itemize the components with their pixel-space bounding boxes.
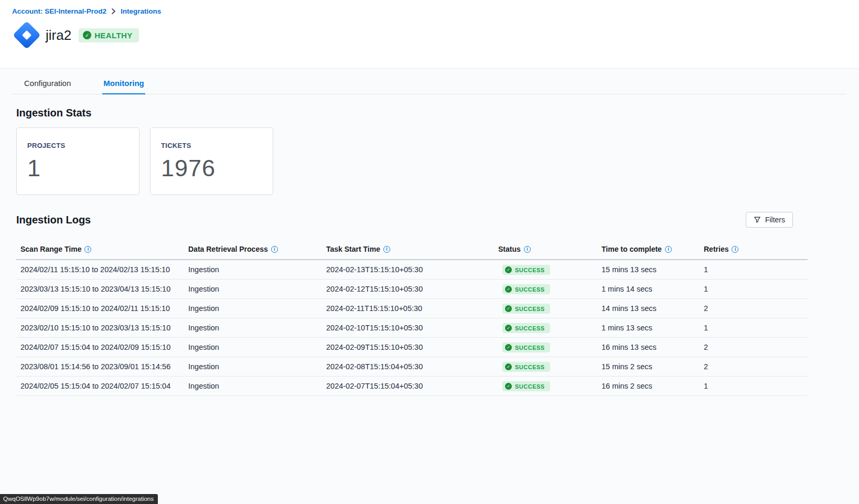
status-badge-label: SUCCESS: [515, 383, 545, 390]
tab-configuration[interactable]: Configuration: [23, 72, 72, 94]
status-badge-label: SUCCESS: [515, 364, 545, 370]
cell-status: ✓SUCCESS: [498, 264, 602, 275]
ingestion-logs-heading: Ingestion Logs: [16, 214, 91, 226]
cell-retries: 1: [704, 382, 808, 390]
cell-status: ✓SUCCESS: [498, 342, 602, 352]
check-icon: ✓: [505, 305, 512, 312]
status-badge-label: SUCCESS: [515, 345, 545, 351]
cell-data-retrieval-process: Ingestion: [188, 304, 326, 313]
cell-time-to-complete: 14 mins 13 secs: [602, 304, 704, 313]
info-icon[interactable]: i: [524, 246, 531, 253]
info-icon[interactable]: i: [665, 246, 672, 253]
cell-time-to-complete: 16 mins 2 secs: [602, 382, 704, 390]
column-header-time-to-complete: Time to completei: [602, 245, 704, 253]
stat-value: 1976: [161, 155, 262, 182]
column-header-retries: Retriesi: [704, 245, 808, 253]
stat-value: 1: [27, 155, 128, 182]
cell-time-to-complete: 15 mins 13 secs: [602, 265, 704, 274]
cell-scan-range-time: 2023/08/01 15:14:56 to 2023/09/01 15:14:…: [16, 362, 188, 371]
table-row: 2024/02/07 15:15:04 to 2024/02/09 15:15:…: [16, 338, 808, 357]
check-icon: ✓: [505, 286, 512, 293]
info-icon[interactable]: i: [732, 246, 738, 253]
status-badge-label: SUCCESS: [515, 325, 545, 331]
table-row: 2024/02/05 15:15:04 to 2024/02/07 15:15:…: [16, 377, 808, 396]
cell-task-start-time: 2024-02-10T15:15:10+05:30: [326, 324, 498, 332]
cell-retries: 1: [704, 324, 808, 332]
cell-data-retrieval-process: Ingestion: [188, 362, 326, 371]
ingestion-stats-cards: PROJECTS1TICKETS1976: [16, 127, 859, 195]
table-row: 2023/08/01 15:14:56 to 2023/09/01 15:14:…: [16, 357, 808, 377]
check-icon: ✓: [83, 31, 91, 39]
info-icon[interactable]: i: [271, 246, 278, 253]
column-header-label: Time to complete: [602, 245, 662, 253]
column-header-label: Retries: [704, 245, 728, 253]
page-title: jira2: [46, 27, 71, 44]
column-header-task-start-time: Task Start Timei: [326, 245, 498, 253]
status-badge: ✓SUCCESS: [502, 342, 550, 352]
cell-scan-range-time: 2024/02/05 15:15:04 to 2024/02/07 15:15:…: [16, 382, 188, 390]
cell-time-to-complete: 16 mins 13 secs: [602, 343, 704, 351]
column-header-scan-range-time: Scan Range Timei: [16, 245, 188, 253]
info-icon[interactable]: i: [84, 246, 91, 253]
cell-data-retrieval-process: Ingestion: [188, 343, 326, 351]
column-header-label: Task Start Time: [326, 245, 380, 253]
cell-retries: 2: [704, 304, 808, 313]
cell-data-retrieval-process: Ingestion: [188, 324, 326, 332]
stat-label: PROJECTS: [27, 142, 128, 149]
stat-label: TICKETS: [161, 142, 262, 149]
status-badge-label: SUCCESS: [515, 286, 545, 293]
filters-button-label: Filters: [765, 216, 785, 224]
table-row: 2024/02/09 15:15:10 to 2024/02/11 15:15:…: [16, 299, 808, 318]
cell-retries: 2: [704, 362, 808, 371]
check-icon: ✓: [505, 325, 512, 331]
cell-retries: 1: [704, 285, 808, 293]
info-icon[interactable]: i: [383, 246, 390, 253]
cell-time-to-complete: 1 mins 13 secs: [602, 324, 704, 332]
ingestion-stats-heading: Ingestion Stats: [16, 107, 859, 119]
filter-funnel-icon: [754, 216, 761, 223]
breadcrumb-integrations-link[interactable]: Integrations: [121, 7, 161, 15]
cell-status: ✓SUCCESS: [498, 284, 602, 294]
breadcrumb-account-link[interactable]: Account: SEI-Internal-Prod2: [12, 7, 106, 15]
cell-status: ✓SUCCESS: [498, 381, 602, 391]
check-icon: ✓: [505, 383, 512, 390]
tab-monitoring[interactable]: Monitoring: [102, 72, 145, 94]
tabbar: ConfigurationMonitoring: [13, 72, 846, 94]
page-header: Account: SEI-Internal-Prod2 Integrations…: [0, 0, 859, 69]
stat-card-tickets: TICKETS1976: [150, 127, 273, 195]
health-status-badge: ✓ HEALTHY: [79, 28, 139, 42]
table-row: 2024/02/11 15:15:10 to 2024/02/13 15:15:…: [16, 260, 808, 280]
column-header-label: Status: [498, 245, 521, 253]
status-badge: ✓SUCCESS: [502, 304, 550, 314]
cell-task-start-time: 2024-02-13T15:15:10+05:30: [326, 265, 498, 274]
cell-time-to-complete: 15 mins 2 secs: [602, 362, 704, 371]
breadcrumb: Account: SEI-Internal-Prod2 Integrations: [12, 7, 859, 15]
table-row: 2023/03/13 15:15:10 to 2023/04/13 15:15:…: [16, 280, 808, 299]
cell-data-retrieval-process: Ingestion: [188, 265, 326, 274]
table-header-row: Scan Range TimeiData Retrieval ProcessiT…: [16, 237, 808, 260]
cell-retries: 1: [704, 265, 808, 274]
status-badge-label: SUCCESS: [515, 306, 545, 312]
status-badge: ✓SUCCESS: [502, 323, 550, 333]
cell-task-start-time: 2024-02-11T15:15:10+05:30: [326, 304, 498, 313]
table-row: 2023/02/10 15:15:10 to 2023/03/13 15:15:…: [16, 318, 808, 338]
cell-scan-range-time: 2023/02/10 15:15:10 to 2023/03/13 15:15:…: [16, 324, 188, 332]
cell-data-retrieval-process: Ingestion: [188, 382, 326, 390]
link-preview-status-bar: QwqOSllWp9ob7w/module/sei/configuration/…: [0, 494, 158, 504]
cell-scan-range-time: 2023/03/13 15:15:10 to 2023/04/13 15:15:…: [16, 285, 188, 293]
cell-scan-range-time: 2024/02/11 15:15:10 to 2024/02/13 15:15:…: [16, 265, 188, 274]
jira-logo-icon: [12, 20, 41, 50]
stat-card-projects: PROJECTS1: [16, 127, 139, 195]
cell-task-start-time: 2024-02-07T15:15:04+05:30: [326, 382, 498, 390]
cell-task-start-time: 2024-02-09T15:15:10+05:30: [326, 343, 498, 351]
cell-task-start-time: 2024-02-12T15:15:10+05:30: [326, 285, 498, 293]
filters-button[interactable]: Filters: [746, 212, 793, 228]
check-icon: ✓: [505, 266, 512, 273]
check-icon: ✓: [505, 344, 512, 351]
cell-time-to-complete: 1 mins 14 secs: [602, 285, 704, 293]
ingestion-logs-table: Scan Range TimeiData Retrieval ProcessiT…: [16, 237, 808, 396]
cell-status: ✓SUCCESS: [498, 361, 602, 372]
cell-status: ✓SUCCESS: [498, 323, 602, 333]
cell-data-retrieval-process: Ingestion: [188, 285, 326, 293]
column-header-label: Scan Range Time: [20, 245, 81, 253]
